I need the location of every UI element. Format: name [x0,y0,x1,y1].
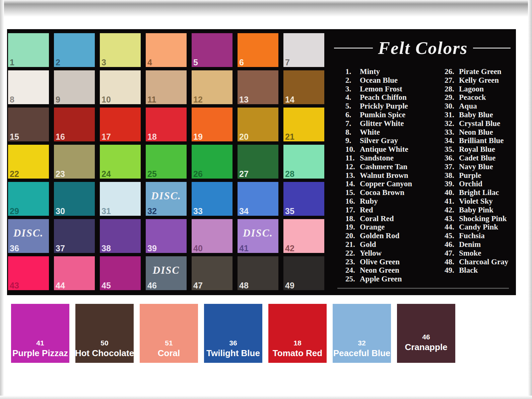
swatch-number: 23 [56,170,65,178]
color-list-name: Apple Green [360,275,402,283]
color-list-number: 7. [345,119,360,128]
color-list-number: 26. [445,67,459,76]
color-list-item: 20.Golden Rod [345,231,445,240]
featured-swatch-number: 50 [75,338,134,348]
swatch-38: 38 [100,219,141,253]
color-list-number: 36. [445,154,459,162]
swatch-number: 1 [10,58,14,67]
swatch-45: 45 [100,256,141,290]
featured-swatch-name: Coral [158,348,180,358]
color-list-name: Aqua [459,102,477,110]
color-list-name: Candy Pink [459,223,498,231]
color-list-number: 31. [445,111,459,119]
color-list-name: Cashmere Tan [360,162,407,171]
color-list-name: Sandstone [360,154,394,162]
swatch-number: 2 [56,58,60,67]
color-list-name: Baby Pink [459,206,493,214]
swatch-number: 17 [102,133,111,141]
featured-swatch-number: 41 [12,338,68,348]
featured-swatch-labels: 41Purple Pizzaz [12,338,68,358]
color-list-name: Brilliant Blue [459,136,504,145]
color-list-item: 25.Apple Green [345,275,445,283]
swatch-number: 14 [285,95,294,104]
color-list-name: Bright Lilac [459,188,499,197]
featured-swatch-labels: 36Twilight Blue [206,338,260,358]
color-list-name: Orchid [459,180,482,188]
swatch-number: 48 [239,281,249,290]
discontinued-label: DISC [146,264,187,276]
color-list-number: 5. [345,102,360,111]
color-list-name: Violet Sky [459,197,493,205]
color-list-item: 36.Cadet Blue [445,154,515,162]
swatch-number: 34 [239,207,249,215]
color-list-item: 23.Olive Green [345,258,445,266]
color-list-name: Gold [360,240,376,249]
swatch-number: 9 [56,95,60,104]
swatch-14: 14 [283,70,324,104]
swatch-number: 30 [56,207,65,215]
swatch-36: DISC.36 [8,219,49,253]
color-list-number: 46. [445,240,459,249]
color-list-name: Coral Red [360,214,394,223]
color-list-number: 42. [445,206,459,214]
swatch-48: 48 [238,256,278,290]
swatch-number: 43 [10,281,19,290]
color-list-number: 43. [445,214,459,223]
swatch-number: 45 [102,281,111,290]
color-list-name: Glitter White [360,119,404,128]
color-list-number: 15. [345,188,360,197]
color-list-name: Neon Green [360,266,399,274]
color-list-name: Shocking Pink [459,214,507,223]
featured-swatch-number: 36 [206,338,260,348]
page-edge-shadow-left [0,0,4,399]
color-list-name: Denim [459,240,481,249]
swatch-number: 13 [239,95,249,104]
featured-swatch-hot-chocolate: 50Hot Chocolate [75,304,134,363]
color-list-number: 19. [345,223,360,231]
color-list-name: Neon Blue [459,128,493,136]
swatch-number: 24 [102,170,111,178]
color-list-number: 37. [445,162,459,171]
swatch-number: 16 [56,133,65,141]
swatch-4: 4 [146,33,187,67]
color-list-name: Olive Green [360,258,400,266]
featured-swatch-name: Purple Pizzaz [12,348,68,358]
swatch-number: 22 [10,170,19,178]
color-list-number: 16. [345,197,360,206]
color-list-item: 17.Red [345,206,445,214]
swatch-12: 12 [192,70,232,104]
swatch-number: 20 [239,133,249,141]
color-list-number: 33. [445,128,459,137]
color-list-number: 28. [445,85,459,93]
swatch-37: 37 [54,219,95,253]
featured-swatch-name: Tomato Red [273,348,322,358]
color-list-item: 34.Brilliant Blue [445,136,515,145]
swatch-number: 40 [193,244,203,253]
color-list-item: 46.Denim [445,240,515,249]
color-list-name: Antique White [360,145,408,153]
featured-swatch-number: 32 [333,338,391,348]
swatch-number: 38 [102,244,111,253]
color-list-item: 35.Royal Blue [445,145,515,154]
color-list-number: 45. [445,231,459,240]
color-list-item: 47.Smoke [445,249,515,258]
color-list-name: Walnut Brown [360,171,408,180]
swatch-34: 34 [238,182,278,216]
swatch-28: 28 [283,145,324,179]
swatch-number: 32 [147,207,157,215]
title-row: Felt Colors [330,38,515,58]
swatch-number: 21 [285,133,294,141]
discontinued-label: DISC. [146,190,187,202]
color-list-item: 22.Yellow [345,249,445,258]
color-list-item: 18.Coral Red [345,214,445,223]
color-list-number: 22. [345,249,360,258]
color-list-name: Navy Blue [459,162,493,171]
felt-colors-board: 1234567891011121314151617181920212223242… [7,29,516,295]
swatch-1: 1 [8,33,49,67]
swatch-grid: 1234567891011121314151617181920212223242… [8,33,324,290]
color-list-column-2: 26.Pirate Green27.Kelly Green28.Lagoon29… [445,67,515,283]
featured-swatch-labels: 50Hot Chocolate [75,338,134,358]
color-list-item: 21.Gold [345,240,445,249]
swatch-number: 39 [147,244,157,253]
color-list-number: 13. [345,171,360,180]
